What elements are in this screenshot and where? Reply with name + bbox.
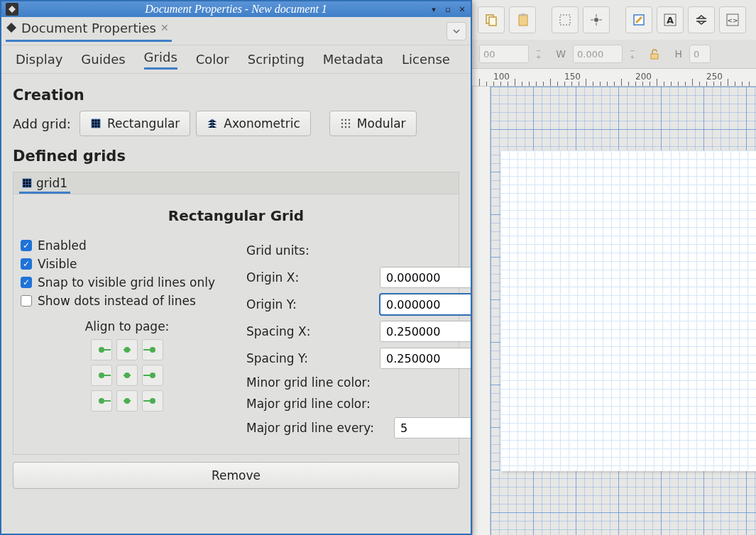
svg-point-20 <box>349 126 350 128</box>
add-modular-button[interactable]: Modular <box>329 111 417 136</box>
align-bot-right[interactable] <box>142 390 163 412</box>
grid-instance-tab[interactable]: grid1 <box>19 175 70 194</box>
major-color-label: Major grid line color: <box>246 397 374 411</box>
ruler-label: 150 <box>564 72 581 82</box>
align-top-right[interactable] <box>142 339 163 360</box>
toolbar-button-copy[interactable] <box>478 6 505 33</box>
toolbar-button-snap-nodes[interactable] <box>583 6 610 33</box>
svg-point-19 <box>345 126 346 128</box>
stepper-icon[interactable]: −+ <box>630 45 640 63</box>
origin-x-label: Origin X: <box>246 270 374 285</box>
ruler-label: 200 <box>635 72 652 82</box>
svg-point-15 <box>341 123 343 124</box>
toolbar-button-paste[interactable] <box>509 6 536 33</box>
add-axonometric-button[interactable]: Axonometric <box>196 111 311 136</box>
enabled-checkbox[interactable] <box>21 240 32 251</box>
grid-type-heading: Rectangular Grid <box>21 207 451 224</box>
canvas-page[interactable] <box>500 150 756 471</box>
svg-point-5 <box>594 18 598 22</box>
visible-checkbox[interactable] <box>21 258 32 270</box>
toolbar-button-text[interactable]: A <box>657 6 684 33</box>
svg-text:<>: <> <box>727 17 738 24</box>
align-bot-left[interactable] <box>91 390 112 412</box>
align-heading: Align to page: <box>21 319 234 333</box>
svg-point-18 <box>341 126 343 128</box>
ruler-horizontal[interactable]: 100 150 200 250 <box>472 68 756 87</box>
origin-y-input[interactable] <box>380 294 471 315</box>
dots-checkbox[interactable] <box>21 295 32 307</box>
grid-axo-icon <box>207 118 218 129</box>
grid-modular-icon <box>340 118 351 129</box>
grid-small-icon <box>22 178 32 188</box>
main-toolbar: A <> <box>472 0 756 40</box>
visible-label: Visible <box>38 257 77 271</box>
svg-point-12 <box>341 119 343 121</box>
major-every-input[interactable] <box>394 417 471 439</box>
svg-point-16 <box>345 123 346 124</box>
dim-w-field[interactable]: 0.000 <box>573 45 623 63</box>
spacing-y-label: Spacing Y: <box>246 351 374 365</box>
tab-grids[interactable]: Grids <box>144 50 177 70</box>
collapse-button[interactable] <box>447 22 466 40</box>
grid-settings-panel: Rectangular Grid Enabled Visible Snap to… <box>13 194 459 455</box>
toolbar-button-snap-bounds[interactable] <box>552 6 579 33</box>
align-mid-left[interactable] <box>91 365 112 386</box>
svg-point-13 <box>345 119 346 121</box>
tab-license[interactable]: License <box>402 52 450 67</box>
toolbar-button-layers[interactable] <box>688 6 715 33</box>
window-title: Document Properties - New document 1 <box>1 3 471 16</box>
svg-rect-4 <box>560 15 570 25</box>
align-mid-right[interactable] <box>142 365 163 386</box>
dialog-body: Creation Add grid: Rectangular Axonometr… <box>1 74 471 534</box>
remove-button[interactable]: Remove <box>13 462 459 489</box>
svg-rect-11 <box>651 54 658 59</box>
align-top-left[interactable] <box>91 339 112 360</box>
units-label: Grid units: <box>246 243 374 258</box>
add-grid-label: Add grid: <box>13 116 71 131</box>
spacing-x-label: Spacing X: <box>246 324 374 338</box>
add-rectangular-button[interactable]: Rectangular <box>80 111 190 136</box>
tab-color[interactable]: Color <box>196 52 229 67</box>
major-every-label: Major grid line every: <box>246 421 388 435</box>
origin-y-label: Origin Y: <box>246 297 374 311</box>
toolbar-button-edit[interactable] <box>625 6 652 33</box>
defined-grids-heading: Defined grids <box>13 148 459 165</box>
grid-rect-icon <box>90 118 102 129</box>
align-top-center[interactable] <box>116 339 138 360</box>
toolbar-button-xml[interactable]: <> <box>719 6 746 33</box>
dim-h-field[interactable]: 0 <box>689 45 711 63</box>
align-grid <box>21 339 234 412</box>
dialog-title: Document Properties <box>21 21 156 35</box>
tab-bar: Display Guides Grids Color Scripting Met… <box>1 45 471 74</box>
align-mid-center[interactable] <box>116 365 138 386</box>
dim-w-label: W <box>553 48 566 60</box>
snap-checkbox[interactable] <box>21 277 32 288</box>
stepper-icon[interactable]: −+ <box>536 45 546 63</box>
close-icon[interactable]: ✕ <box>456 4 468 14</box>
origin-x-input[interactable] <box>380 267 471 288</box>
align-bot-center[interactable] <box>116 390 138 412</box>
snap-label: Snap to visible grid lines only <box>38 275 215 289</box>
canvas-area <box>472 87 756 535</box>
document-properties-dialog: Document Properties - New document 1 ▾ ▫… <box>0 0 472 535</box>
unlock-icon[interactable] <box>647 46 662 62</box>
dots-label: Show dots instead of lines <box>38 294 196 308</box>
svg-rect-3 <box>521 13 525 16</box>
svg-rect-1 <box>489 17 496 26</box>
tab-metadata[interactable]: Metadata <box>323 52 383 67</box>
dim-field-extra[interactable]: 00 <box>479 45 529 63</box>
titlebar[interactable]: Document Properties - New document 1 ▾ ▫… <box>1 1 471 17</box>
minimize-icon[interactable]: ▾ <box>428 4 439 14</box>
spacing-y-input[interactable] <box>380 348 471 369</box>
spacing-x-input[interactable] <box>380 321 471 342</box>
dimensions-row: 00 −+ W 0.000 −+ H 0 <box>472 40 756 68</box>
enabled-label: Enabled <box>38 238 87 253</box>
tab-display[interactable]: Display <box>16 52 62 67</box>
tab-scripting[interactable]: Scripting <box>248 52 305 67</box>
maximize-icon[interactable]: ▫ <box>442 4 454 14</box>
grid-instance-tabbar: grid1 <box>13 172 459 194</box>
ruler-label: 100 <box>493 72 510 82</box>
close-tab-icon[interactable]: ✕ <box>160 22 169 33</box>
ruler-vertical[interactable] <box>472 87 491 535</box>
tab-guides[interactable]: Guides <box>81 52 125 67</box>
